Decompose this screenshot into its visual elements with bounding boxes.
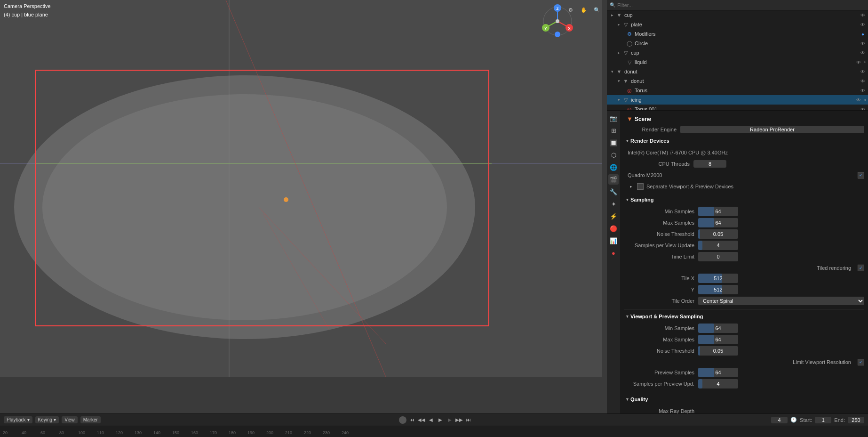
keying-dropdown[interactable]: Keying ▾ [35, 416, 59, 423]
arrow-modifiers[interactable] [622, 31, 626, 37]
arrow-liquid[interactable] [622, 59, 626, 65]
samples-preview-upd-input[interactable]: 4 [698, 379, 738, 388]
play-btn[interactable]: ▶ [437, 416, 444, 424]
icing-extra: ≈ [864, 97, 866, 102]
end-frame-input[interactable] [848, 417, 864, 423]
step-back-btn[interactable]: ◀ [427, 416, 435, 424]
icon-scene[interactable]: ⬡ [608, 150, 619, 160]
limit-viewport-checkbox[interactable]: ✓ [858, 359, 864, 365]
tile-order-select[interactable]: Center Spiral [698, 297, 864, 305]
icon-physics[interactable]: ⚡ [608, 211, 619, 221]
separate-viewport-checkbox[interactable] [637, 183, 644, 190]
scene-icon: ▼ [627, 115, 633, 122]
label-liquid: liquid [635, 59, 855, 65]
preview-samples-input[interactable]: 64 [698, 368, 738, 377]
noise-threshold-input[interactable]: 0.05 [698, 229, 738, 239]
tree-item-circle[interactable]: ◯ Circle 👁 [607, 39, 868, 48]
eye-donut[interactable]: 👁 [860, 78, 866, 84]
arrow-donut[interactable]: ▾ [615, 78, 622, 84]
start-frame-input[interactable] [815, 417, 831, 423]
tree-item-plate[interactable]: ▸ ▽ plate 👁 [607, 20, 868, 29]
eye-icing[interactable]: 👁 [855, 97, 862, 103]
eye-plate[interactable]: 👁 [860, 21, 866, 28]
arrow-cup[interactable]: ▸ [609, 12, 615, 18]
eye-modifiers[interactable]: ● [860, 31, 866, 37]
eye-cup2[interactable]: 👁 [860, 49, 866, 56]
cpu-threads-input[interactable]: 8 [693, 160, 726, 168]
max-samples-row: Max Samples 64 [628, 218, 864, 228]
sampling-content: Min Samples 64 Max Samples 6 [628, 206, 864, 306]
svg-point-20 [556, 19, 559, 23]
eye-liquid[interactable]: 👁 [855, 59, 862, 65]
min-samples-input[interactable]: 64 [698, 207, 738, 216]
properties-area: 📷 ⊞ 🔲 ⬡ 🌐 🎬 🔧 ✦ ⚡ 🔴 📊 ● ▼ Scene [607, 111, 868, 413]
viewport-preview-header[interactable]: ▾ Viewport & Preview Sampling [624, 311, 864, 322]
step-forward-btn[interactable]: ▶ [446, 416, 454, 424]
eye-torus001[interactable]: 👁 [860, 106, 866, 110]
tile-x-input[interactable]: 512 [698, 274, 738, 283]
icon-world[interactable]: 🌐 [608, 162, 619, 172]
tree-item-donut[interactable]: ▾ ▼ donut 👁 [607, 76, 868, 86]
current-frame-input[interactable] [771, 417, 788, 423]
tree-item-donut-grp[interactable]: ▾ ▼ donut 👁 [607, 67, 868, 76]
tiled-rendering-checkbox[interactable]: ✓ [858, 265, 864, 271]
icon-object[interactable]: 🎬 [608, 174, 619, 185]
icon-material[interactable]: ● [608, 248, 619, 258]
separate-viewport-arrow[interactable]: ▸ [628, 183, 634, 190]
arrow-torus001[interactable] [622, 106, 626, 110]
sampling-header[interactable]: ▾ Sampling [624, 194, 864, 205]
eye-torus[interactable]: 👁 [860, 87, 866, 94]
ruler-mark-220: 220 [304, 430, 323, 435]
skip-to-end-btn[interactable]: ⏭ [465, 416, 472, 424]
vp-max-samples-input[interactable]: 64 [698, 335, 738, 344]
next-keyframe-btn[interactable]: ▶▶ [455, 416, 463, 424]
outliner-search-input[interactable] [617, 2, 865, 8]
timeline-ruler[interactable]: 20 40 60 80 100 110 120 130 140 150 160 … [0, 426, 868, 437]
skip-to-start-btn[interactable]: ⏮ [408, 416, 416, 424]
gpu-checkbox[interactable]: ✓ [858, 172, 864, 178]
tree-item-icing[interactable]: ▾ ▽ icing 👁 ≈ [607, 95, 868, 105]
time-limit-input[interactable]: 0 [698, 252, 738, 261]
max-samples-input[interactable]: 64 [698, 218, 738, 227]
samples-view-update-input[interactable]: 4 [698, 241, 738, 250]
icon-render[interactable]: 📷 [608, 113, 619, 123]
arrow-donut-grp[interactable]: ▾ [609, 68, 615, 75]
tree-item-torus001[interactable]: ◎ Torus.001 👁 [607, 105, 868, 110]
viewport-tool-1[interactable]: ⚙ [565, 5, 576, 15]
arrow-plate[interactable]: ▸ [615, 21, 622, 28]
tree-item-liquid[interactable]: ▽ liquid 👁 ≈ [607, 57, 868, 67]
icon-particles[interactable]: ✦ [608, 199, 619, 209]
marker-dropdown[interactable]: Marker [80, 416, 101, 423]
eye-cup[interactable]: 👁 [860, 12, 866, 18]
quality-header[interactable]: ▾ Quality [624, 394, 864, 405]
icon-output[interactable]: ⊞ [608, 125, 619, 136]
playback-dropdown[interactable]: Playback ▾ [4, 416, 32, 423]
icon-modifier[interactable]: 🔧 [608, 186, 619, 197]
record-btn[interactable] [399, 416, 406, 424]
icon-view-layer[interactable]: 🔲 [608, 138, 619, 148]
viewport[interactable]: Camera Perspective (4) cup | blue plane [0, 0, 607, 413]
viewport-tool-2[interactable]: ✋ [579, 5, 589, 15]
icon-data[interactable]: 📊 [608, 235, 619, 246]
tile-y-input[interactable]: 512 [698, 285, 738, 294]
arrow-circle[interactable] [622, 40, 626, 47]
view-dropdown[interactable]: View [62, 416, 78, 423]
icon-constraints[interactable]: 🔴 [608, 223, 619, 234]
vp-noise-threshold-input[interactable]: 0.05 [698, 346, 738, 356]
tree-item-modifiers[interactable]: ⚙ Modifiers ● [607, 29, 868, 39]
tree-item-cup2[interactable]: ▸ ▽ cup 👁 [607, 48, 868, 57]
prev-keyframe-btn[interactable]: ◀◀ [418, 416, 425, 424]
render-devices-header[interactable]: ▾ Render Devices [624, 136, 864, 146]
viewport-tool-3[interactable]: 🔍 [592, 5, 602, 15]
gpu-row: Quadro M2000 ✓ [628, 170, 864, 180]
eye-circle[interactable]: 👁 [860, 40, 866, 47]
render-engine-select[interactable]: Radeon ProRender [680, 126, 864, 133]
arrow-torus[interactable] [622, 87, 626, 94]
tree-item-torus[interactable]: ◎ Torus 👁 [607, 86, 868, 95]
eye-donut-grp[interactable]: 👁 [860, 68, 866, 75]
arrow-icing[interactable]: ▾ [615, 97, 622, 103]
ruler-mark-110: 110 [97, 430, 116, 435]
tree-item-cup[interactable]: ▸ ▼ cup 👁 [607, 10, 868, 20]
arrow-cup2[interactable]: ▸ [615, 49, 622, 56]
vp-min-samples-input[interactable]: 64 [698, 324, 738, 333]
